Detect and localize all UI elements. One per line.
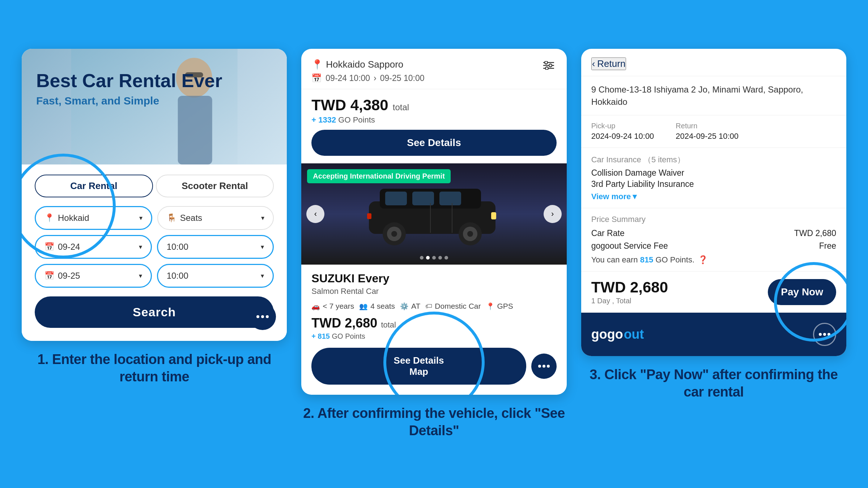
spec-transmission-val: AT: [411, 302, 420, 311]
see-details-button[interactable]: See Details Map: [311, 348, 526, 385]
f-dot2: [823, 333, 826, 336]
carousel-prev-button[interactable]: ‹: [306, 205, 324, 223]
panel1-card: Best Car Rental Ever Fast, Smart, and Si…: [22, 49, 287, 341]
carousel-dots: [420, 256, 448, 260]
car-rental-tab[interactable]: Car Rental: [35, 175, 153, 197]
car-rate-val: TWD 2,680: [794, 228, 836, 238]
pickup-row: 📅 09-24 ▾ 10:00 ▾: [35, 235, 274, 259]
question-icon: ❓: [698, 255, 708, 264]
earn-points-text: You can earn 815 GO Points. ❓: [591, 255, 836, 265]
car-info-section: SUZUKI Every Salmon Rental Car 🚗 < 7 yea…: [301, 265, 566, 348]
seats-chevron: ▾: [261, 214, 264, 222]
car-price: TWD 2,680: [311, 316, 377, 331]
return-date-val: 2024-09-25 10:00: [676, 132, 739, 141]
more-options-button-2[interactable]: [531, 354, 557, 379]
cdot3: [432, 256, 436, 260]
car-points: + 815 GO Points: [311, 332, 556, 341]
location-field[interactable]: 📍 Hokkaid ▾: [35, 206, 152, 230]
transmission-icon: ⚙️: [400, 302, 409, 311]
location-value: Hokkaid: [58, 213, 136, 223]
pickup-col: Pick-up 2024-09-24 10:00: [591, 122, 654, 141]
svg-point-9: [545, 67, 548, 70]
pickup-date-field[interactable]: 📅 09-24 ▾: [35, 235, 152, 259]
total-price: TWD 2,680: [591, 279, 668, 296]
p3-dates-section: Pick-up 2024-09-24 10:00 Return 2024-09-…: [581, 115, 846, 148]
spec-age-val: < 7 years: [323, 302, 354, 311]
svg-rect-22: [367, 213, 371, 219]
p3-insurance-section: Car Insurance （5 items） Collision Damage…: [581, 148, 846, 208]
intl-permit-badge: Accepting International Driving Permit: [307, 169, 451, 183]
spec-gps-val: GPS: [497, 302, 513, 311]
p2-dates-row: 📅 09-24 10:00 › 09-25 10:00: [311, 73, 556, 83]
seats-icon: 🪑: [167, 213, 176, 223]
p2-location-row: 📍 Hokkaido Sapporo: [311, 59, 403, 70]
footer-dots-button[interactable]: [813, 323, 836, 346]
caption-1: 1. Enter the location and pick-up and re…: [22, 351, 287, 385]
cdot1: [420, 256, 424, 260]
cdot5: [444, 256, 448, 260]
view-more-link[interactable]: View more ▾: [591, 192, 836, 201]
top-price-suffix: total: [393, 102, 409, 112]
pickup-time-value: 10:00: [167, 242, 258, 252]
top-price-card: TWD 4,380 total + 1332 GO Points See Det…: [301, 89, 566, 163]
price-summary-title: Price Summary: [591, 215, 836, 224]
svg-point-17: [391, 231, 397, 237]
search-button[interactable]: Search: [35, 296, 274, 328]
svg-rect-21: [491, 212, 496, 219]
see-details-top-button[interactable]: See Details: [311, 130, 556, 156]
spec-transmission: ⚙️ AT: [400, 302, 420, 311]
caption-3: 3. Click "Pay Now" after confirming the …: [581, 366, 846, 401]
hero-title: Best Car Rental Ever: [36, 70, 222, 91]
return-time-chevron: ▾: [261, 272, 264, 280]
scooter-rental-tab[interactable]: Scooter Rental: [156, 175, 274, 197]
service-fee-label: gogoout Service Fee: [591, 241, 668, 251]
gogoout-logo: gogo out: [591, 327, 644, 342]
back-button[interactable]: ‹ Return: [591, 57, 626, 70]
search-form: Car Rental Scooter Rental 📍 Hokkaid ▾ 🪑 …: [22, 164, 287, 341]
svg-point-8: [549, 64, 552, 67]
return-date-chevron: ▾: [139, 272, 142, 280]
seats-field[interactable]: 🪑 Seats ▾: [157, 206, 274, 230]
insurance-item-2: 3rd Party Liability Insurance: [591, 179, 836, 189]
p2-header-row: 📍 Hokkaido Sapporo: [311, 57, 556, 73]
panel3-card: ‹ Return 9 Chome-13-18 Ishiyama 2 Jo, Mi…: [581, 49, 846, 356]
return-col: Return 2024-09-25 10:00: [676, 122, 739, 141]
location-seats-row: 📍 Hokkaid ▾ 🪑 Seats ▾: [35, 206, 274, 230]
filter-button[interactable]: [541, 57, 557, 73]
p3-footer: gogo out: [581, 313, 846, 356]
total-col: TWD 2,680 1 Day , Total: [591, 279, 668, 305]
insurance-title: Car Insurance （5 items）: [591, 154, 836, 165]
chevron-down-icon: ▾: [633, 192, 637, 201]
hero-image: Best Car Rental Ever Fast, Smart, and Si…: [22, 49, 287, 164]
total-sub: 1 Day , Total: [591, 297, 668, 305]
p2-location-icon: 📍: [311, 59, 323, 70]
svg-rect-14: [439, 192, 461, 205]
hero-subtitle: Fast, Smart, and Simple: [36, 95, 222, 107]
spec-seats-val: 4 seats: [370, 302, 395, 311]
p3-header: ‹ Return: [581, 49, 846, 76]
spec-type: 🏷 Domestic Car: [425, 302, 481, 311]
return-date-value: 09-25: [58, 271, 135, 281]
pickup-time-field[interactable]: 10:00 ▾: [157, 235, 274, 259]
cdot4: [438, 256, 442, 260]
service-fee-val: Free: [819, 241, 836, 251]
p2-date-start: 09-24 10:00: [326, 73, 370, 83]
pickup-date-val: 2024-09-24 10:00: [591, 132, 654, 141]
return-date-field[interactable]: 📅 09-25 ▾: [35, 264, 152, 288]
car-price-suffix: total: [381, 320, 396, 330]
more-options-button-1[interactable]: [249, 303, 276, 330]
spec-seats: 👥 4 seats: [359, 302, 395, 311]
pickup-date-icon: 📅: [44, 242, 54, 252]
p2-date-arrow: ›: [374, 73, 376, 83]
p3-price-summary: Price Summary Car Rate TWD 2,680 gogoout…: [581, 208, 846, 271]
return-time-field[interactable]: 10:00 ▾: [157, 264, 274, 288]
p3-address: 9 Chome-13-18 Ishiyama 2 Jo, Minami Ward…: [581, 76, 846, 115]
p2-dot3: [547, 365, 550, 368]
back-chevron-icon: ‹: [592, 58, 595, 69]
return-time-value: 10:00: [167, 271, 258, 281]
svg-point-20: [467, 231, 473, 237]
pickup-date-value: 09-24: [58, 242, 135, 252]
seats-spec-icon: 👥: [359, 302, 368, 311]
pay-now-button[interactable]: Pay Now: [768, 279, 836, 305]
carousel-next-button[interactable]: ›: [544, 205, 562, 223]
